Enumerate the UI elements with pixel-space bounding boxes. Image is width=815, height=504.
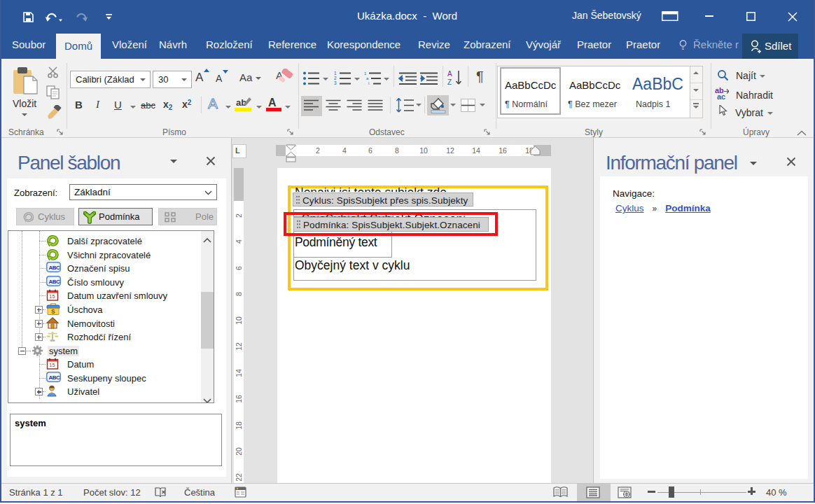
svg-text:i: i <box>368 81 369 85</box>
svg-text:ABC: ABC <box>48 279 60 285</box>
svg-text:$: $ <box>51 307 55 315</box>
svg-text:ABC: ABC <box>48 374 60 381</box>
svg-text:A: A <box>447 70 452 78</box>
svg-text:15: 15 <box>49 293 55 300</box>
svg-text:ABC: ABC <box>48 265 60 271</box>
svg-text:15: 15 <box>49 362 55 368</box>
svg-text:2: 2 <box>334 76 337 80</box>
svg-text:1: 1 <box>334 71 337 76</box>
svg-text:1: 1 <box>364 71 367 76</box>
svg-text:Z: Z <box>447 78 452 86</box>
svg-text:a: a <box>366 76 369 80</box>
svg-text:3: 3 <box>334 80 337 85</box>
